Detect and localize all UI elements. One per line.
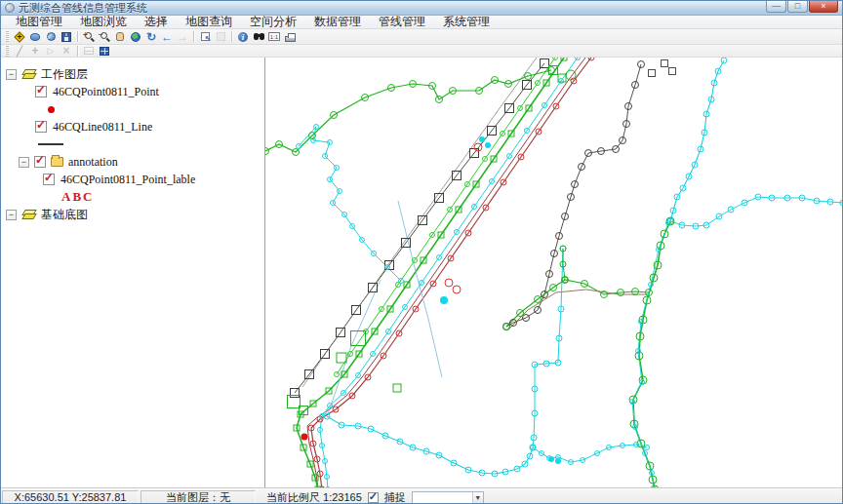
map-symbol-dot (301, 434, 308, 441)
map-symbol-square (393, 384, 401, 392)
database-icon[interactable] (27, 30, 43, 44)
map-symbol-dot (485, 142, 491, 148)
collapse-icon[interactable]: − (6, 69, 17, 80)
snap-checkbox[interactable]: ✓ (368, 492, 379, 503)
identify-icon[interactable] (235, 30, 251, 44)
map-line-east-cyan-vertical (670, 60, 724, 221)
menu-system-manage[interactable]: 系统管理 (434, 16, 499, 28)
menu-map-query[interactable]: 地图查询 (177, 16, 241, 28)
map-line-northwest-green-loop (265, 70, 551, 152)
map-node-east-cyan-overlay (653, 487, 658, 488)
attribute-table-icon[interactable] (81, 44, 97, 58)
print-icon[interactable] (282, 30, 298, 44)
status-bar: X:65630.51 Y:25837.81 当前图层：无 当前比例尺 1:231… (1, 488, 842, 504)
point-layer-checkbox[interactable]: ✓ (35, 86, 47, 97)
map-symbol-circle (453, 286, 461, 293)
edit-toolbar (1, 45, 842, 58)
map-line-junction-green-link (563, 249, 565, 280)
point-layer-label: 46CQPoint0811_Point (53, 85, 159, 99)
collapse-icon[interactable]: − (6, 210, 17, 220)
refresh-icon[interactable] (143, 30, 159, 44)
map-line-east-cyan-overlay (632, 223, 668, 487)
tree-node-annotation-group[interactable]: − ✓ annotation (1, 153, 264, 171)
map-symbol-rect (669, 68, 676, 75)
map-symbol-rect (662, 60, 668, 67)
tree-node-work-layers[interactable]: − 工作图层 (1, 65, 264, 83)
full-extent-icon[interactable] (128, 30, 143, 44)
menu-map-browse[interactable]: 地图浏览 (71, 16, 136, 28)
annotation-group-checkbox[interactable]: ✓ (34, 156, 46, 168)
menu-map-manage[interactable]: 地图管理 (7, 16, 71, 28)
select-features-icon[interactable] (197, 30, 213, 44)
window-title: 元测综合管线信息管理系统 (19, 1, 147, 16)
map-line-corridor-green-main (297, 58, 564, 487)
title-bar: 元测综合管线信息管理系统 — □ × (1, 1, 842, 16)
app-icon (5, 3, 15, 13)
annotation-layer-checkbox[interactable]: ✓ (43, 174, 55, 185)
work-layers-label: 工作图层 (41, 66, 88, 83)
snap-layer-combobox[interactable]: ▼ (412, 491, 484, 504)
red-dot-symbol (48, 106, 55, 113)
menu-pipeline-manage[interactable]: 管线管理 (370, 16, 434, 28)
map-symbol-rect (649, 70, 656, 77)
zoom-in-icon[interactable]: + (81, 30, 97, 44)
tree-node-point-layer[interactable]: ✓ 46CQPoint0811_Point (1, 83, 264, 100)
map-line-corridor-green-twin (337, 58, 555, 374)
annotation-layer-label: 46CQPoint0811_Point_lable (60, 173, 195, 187)
zoom-out-icon[interactable]: − (97, 30, 112, 44)
line-layer-symbol-row (1, 136, 264, 153)
find-icon[interactable] (251, 30, 266, 44)
main-toolbar: + + − (1, 29, 842, 45)
fixed-scale-icon[interactable] (266, 30, 282, 44)
add-data-icon[interactable]: + (12, 30, 27, 44)
window-controls: — □ × (765, 1, 838, 15)
annotation-group-label: annotation (68, 155, 118, 170)
clear-selection-icon[interactable] (213, 30, 228, 44)
snap-label: 捕捉 (384, 490, 406, 504)
direction-icon[interactable] (43, 44, 59, 58)
menu-data-manage[interactable]: 数据管理 (305, 16, 370, 28)
menu-bar: 地图管理 地图浏览 选择 地图查询 空间分析 数据管理 管线管理 系统管理 (1, 16, 842, 29)
delete-feature-icon[interactable] (59, 44, 74, 58)
annotation-symbol-row: ABC (1, 188, 264, 206)
tree-node-base-map[interactable]: − 基础底图 (1, 206, 264, 223)
forward-icon[interactable] (175, 30, 190, 44)
maximize-button[interactable]: □ (787, 1, 808, 13)
back-icon[interactable] (159, 30, 175, 44)
map-line-corridor-gray-thin (302, 58, 537, 387)
edit-sketch-icon[interactable] (12, 44, 27, 58)
pan-icon[interactable] (112, 30, 128, 44)
scale-section: 当前比例尺 1:23165 ✓ 捕捉 ▼ (258, 490, 841, 504)
map-symbol-circle (566, 70, 576, 80)
line-layer-checkbox[interactable]: ✓ (35, 121, 47, 133)
map-symbol-circle (445, 279, 453, 287)
menu-spatial-analysis[interactable]: 空间分析 (241, 16, 305, 28)
map-line-south-cyan-run (327, 416, 533, 474)
tree-node-line-layer[interactable]: ✓ 46CQLine0811_Line (1, 118, 264, 136)
toolbar-separator (77, 31, 78, 42)
close-button[interactable]: × (809, 1, 838, 13)
save-icon[interactable] (59, 30, 74, 44)
import-data-icon[interactable] (43, 30, 59, 44)
folder-icon (51, 157, 63, 167)
grid-view-icon[interactable] (97, 44, 112, 58)
layer-panel: − 工作图层 ✓ 46CQPoint0811_Point ✓ 46CQLine0… (1, 58, 265, 487)
application-window: 元测综合管线信息管理系统 — □ × 地图管理 地图浏览 选择 地图查询 空间分… (0, 0, 843, 504)
chevron-down-icon[interactable]: ▼ (472, 492, 483, 503)
toolbar-grip (6, 46, 9, 57)
collapse-icon[interactable]: − (19, 157, 29, 168)
map-line-northwest-cyan-zigzag (299, 127, 401, 281)
menu-select[interactable]: 选择 (136, 16, 177, 28)
tree-node-annotation-layer[interactable]: ✓ 46CQPoint0811_Point_lable (1, 171, 264, 188)
toolbar-grip (6, 31, 9, 42)
map-area (265, 58, 842, 487)
move-feature-icon[interactable] (27, 44, 43, 58)
current-layer-status: 当前图层：无 (140, 490, 256, 504)
map-canvas[interactable] (265, 58, 842, 487)
toolbar-separator (77, 46, 78, 57)
minimize-button[interactable]: — (766, 1, 786, 13)
layers-icon (22, 69, 35, 80)
map-line-east-cyan-branch (670, 197, 842, 226)
map-line-corridor-red-twin (307, 58, 585, 487)
layers-icon (22, 210, 35, 220)
